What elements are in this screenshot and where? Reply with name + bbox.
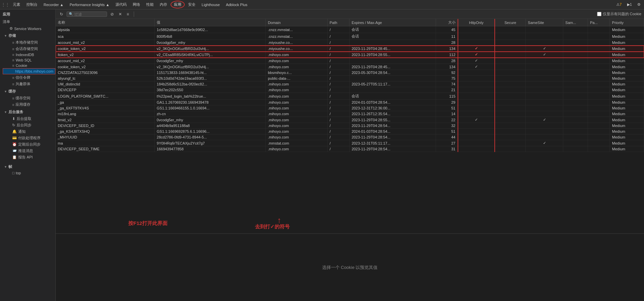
menu-performance-insights[interactable]: Performance Insights ▲	[67, 2, 112, 8]
table-cell: 32	[436, 123, 458, 129]
col-header-path[interactable]: Path	[327, 19, 349, 26]
table-row[interactable]: cookie_token_v2v2_3KQnOGKuzfBRD2uI3vHj..…	[56, 46, 644, 52]
settings-icon[interactable]: ⚙	[635, 2, 643, 7]
col-header-size[interactable]: 大小	[436, 19, 458, 26]
table-cell: .miyoushe.co...	[266, 46, 328, 52]
table-row[interactable]: atpsida1c5862d8ae1d7668e9c99f02....cnzz.…	[56, 26, 644, 33]
table-row[interactable]: ltoken_v2v2_CEsa8R85iSKHRKLviCU7Pj....mi…	[56, 52, 644, 58]
sidebar-cache-storage[interactable]: ≡ 缓存空间	[3, 95, 55, 101]
col-header-priority[interactable]: Priority	[610, 19, 644, 26]
menu-security[interactable]: 安全	[185, 1, 198, 8]
table-cell: Medium	[610, 33, 644, 40]
table-cell	[458, 81, 495, 87]
only-show-cookies-label[interactable]: 仅显示有问题的 Cookie	[597, 11, 641, 17]
menu-elements[interactable]: 元素	[10, 1, 23, 8]
table-row[interactable]: account_mid_v20vcodgp5er_mhy.miyoushe.co…	[56, 40, 644, 46]
table-cell	[588, 140, 610, 146]
sidebar-trust-tokens[interactable]: ≡ 信任令牌	[3, 74, 55, 81]
col-header-samesite[interactable]: SameSite	[526, 19, 563, 26]
sidebar-indexeddb[interactable]: ≡ IndexedDB	[3, 52, 55, 57]
menu-application[interactable]: 应用	[171, 1, 185, 8]
sidebar-web-sql[interactable]: ≡ Web SQL	[3, 57, 55, 63]
menu-adblock[interactable]: Adblock Plus	[223, 2, 250, 8]
menu-lighthouse[interactable]: Lighthouse	[199, 2, 223, 8]
only-show-cookies-checkbox[interactable]	[597, 12, 601, 16]
play-icon[interactable]: ▶1	[625, 2, 634, 7]
sidebar-cookie-section[interactable]: ≡ Cookie	[3, 63, 55, 68]
sidebar-cookie-domain[interactable]: https://bbs.mihoyo.com	[3, 68, 55, 74]
warning-icon[interactable]: ⚠7	[614, 2, 624, 7]
table-cell: Medium	[610, 100, 644, 105]
table-cell	[588, 52, 610, 58]
table-row[interactable]: LOGIN_PLATFORM_SWITC...t%22pwd_login_tab…	[56, 93, 644, 100]
table-cell	[563, 100, 588, 105]
col-header-pa[interactable]: Pa...	[588, 19, 610, 26]
col-header-secure[interactable]: Secure	[495, 19, 525, 26]
col-header-name[interactable]: 名称	[56, 19, 155, 26]
sidebar-session-storage[interactable]: ≡ 会话存储空间	[3, 46, 55, 52]
table-cell	[563, 129, 588, 134]
sidebar-push-messages[interactable]: 📨 推送消息	[3, 148, 55, 154]
col-header-domain[interactable]: Domain	[266, 19, 328, 26]
table-cell: 44	[436, 134, 458, 140]
table-cell: DEVICEFP_SEED_TIME	[56, 146, 155, 152]
table-cell: atpsida	[56, 26, 155, 33]
table-cell: 51	[436, 105, 458, 111]
search-columns-btn[interactable]: ≡	[125, 11, 130, 17]
cache-storage-label: 缓存空间	[16, 96, 30, 101]
menu-performance[interactable]: 性能	[144, 1, 156, 8]
table-cell	[495, 111, 525, 117]
table-row[interactable]: CNZZDATA12750230961151713833-1669438145-…	[56, 70, 644, 76]
storage-header[interactable]: ▼ 存储	[0, 32, 55, 39]
app-section-header[interactable]: 应用	[0, 11, 55, 18]
menu-memory[interactable]: 内存	[157, 1, 170, 8]
sidebar-periodic-bg-sync[interactable]: ⏰ 定期后台同步	[3, 141, 55, 148]
sidebar-bg-fetch[interactable]: ⬇ 后台提取	[3, 116, 55, 122]
col-header-samesite2[interactable]: Sam...	[563, 19, 588, 26]
table-row[interactable]: DEVICEFP_SEED_IDa4404b9a951188a8.mihoyo.…	[56, 123, 644, 129]
table-cell	[526, 33, 563, 40]
table-row[interactable]: UM_distinctid184b258d6c512ba-0f20ec82...…	[56, 81, 644, 87]
sidebar-notifications[interactable]: 🔔 通知	[3, 128, 55, 135]
sidebar-reporting-api[interactable]: 📋 报告 API	[3, 154, 55, 160]
table-row[interactable]: aliyungf_tc52fc10d0d742de19aca693f3...pu…	[56, 76, 644, 81]
col-header-value[interactable]: 值	[155, 19, 266, 26]
storage-label: 存储	[8, 33, 16, 38]
filter-icon: 🔍	[69, 12, 73, 16]
sidebar-interest-groups[interactable]: ≡ 兴趣群体	[3, 81, 55, 87]
menu-sources[interactable]: 源代码	[113, 1, 129, 8]
menu-recorder[interactable]: Recorder ▲	[41, 2, 66, 8]
sidebar-service-workers[interactable]: ⚙ Service Workers	[0, 26, 55, 31]
table-row[interactable]: DEVICEFP_SEED_TIME1669439477858.mihoyo.c…	[56, 146, 644, 152]
sidebar-payment-handler[interactable]: 💳 付款处理程序	[3, 135, 55, 141]
table-row[interactable]: mi18nLangzh-cn.mihoyo.com/2023-11-26T12:…	[56, 111, 644, 117]
table-cell: v2_CEsa8R85iSKHRKLviCU7Pj...	[155, 52, 266, 58]
table-row[interactable]: _gaGA1.1.267069230.1669439478.mihoyo.com…	[56, 100, 644, 105]
refresh-btn[interactable]: ↻	[58, 11, 65, 17]
sidebar-local-storage[interactable]: ≡ 本地存储空间	[3, 39, 55, 46]
table-cell: ✓	[526, 52, 563, 58]
sidebar-top-frame[interactable]: □ top	[3, 170, 55, 176]
table-row[interactable]: sca800f54b8.cnzz.mmstat.../会话11Medium	[56, 33, 644, 40]
table-row[interactable]: cookie_token_v2v2_3KQnOGKuzfBRD2uI3vHj..…	[56, 64, 644, 70]
filter-input[interactable]	[74, 12, 105, 16]
bg-services-header[interactable]: ▼ 后台服务	[0, 108, 55, 116]
frames-header[interactable]: ▼ 帧	[0, 163, 55, 170]
clear-all-btn[interactable]: ✕	[117, 11, 123, 17]
menu-console[interactable]: 控制台	[24, 1, 40, 8]
table-row[interactable]: DEVICEFP38d7ec202c550.mihoyo.com/21Mediu…	[56, 87, 644, 93]
sidebar-app-cache[interactable]: ≡ 应用缓存	[3, 101, 55, 108]
col-header-httponly[interactable]: HttpOnly	[458, 19, 495, 26]
table-row[interactable]: ma9Y0IHRq6rTECAXju2Ycit7g7.mmstat.com/20…	[56, 140, 644, 146]
clear-btn[interactable]: 清单	[3, 19, 10, 24]
table-row[interactable]: _ga_6XFT9TKV4SGS1.1:1669466155.1.0.16694…	[56, 105, 644, 111]
table-row[interactable]: _ga_KS4J8TXSHQGS1.1:1669692875.6.1.16696…	[56, 129, 644, 134]
menu-network[interactable]: 网络	[130, 1, 143, 8]
col-header-expires[interactable]: Expires / Max-Age	[350, 19, 436, 26]
delete-cookie-btn[interactable]: ⊘	[109, 11, 115, 17]
sidebar-bg-sync[interactable]: ↻ 后台同步	[3, 122, 55, 128]
table-row[interactable]: _MHYUUID28cd2786-0fd9-4731-8944-5....mih…	[56, 134, 644, 140]
cache-header[interactable]: ▼ 缓存	[0, 88, 55, 95]
table-row[interactable]: account_mid_v20vcodg5er_mhy.mihoyo.com/2…	[56, 58, 644, 64]
table-row[interactable]: ltmid_v20vcodg5er_mhy.mihoyo.com/2023-11…	[56, 117, 644, 123]
